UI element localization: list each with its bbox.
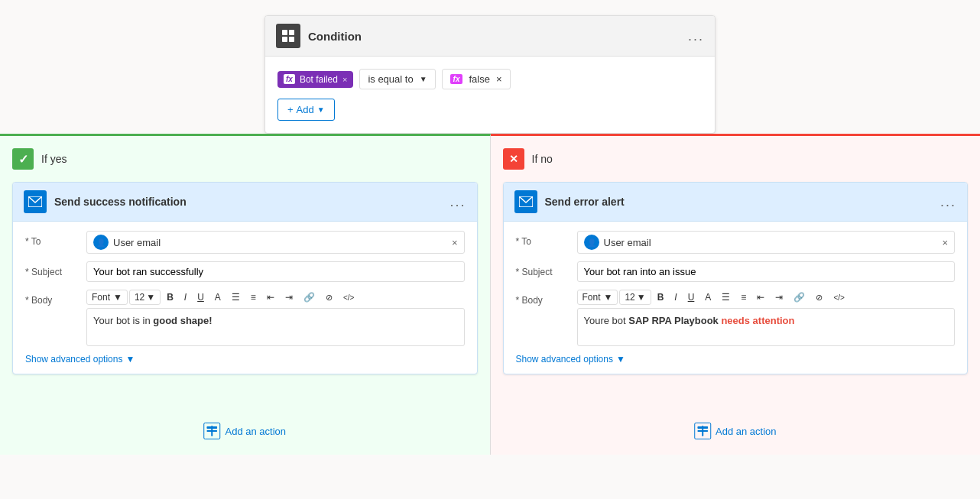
email-menu-no-button[interactable]: ... <box>940 194 956 210</box>
subject-label-no: * Subject <box>516 261 570 277</box>
condition-menu-button[interactable]: ... <box>688 28 704 44</box>
ul-button-no[interactable]: ☰ <box>717 290 735 305</box>
advanced-chevron-yes: ▼ <box>125 354 135 365</box>
subject-field-row-yes: * Subject <box>25 261 465 282</box>
font-select-no[interactable]: Font ▼ <box>577 290 618 305</box>
size-select-no[interactable]: 12 ▼ <box>619 290 651 305</box>
paint-button-yes[interactable]: A <box>210 290 226 305</box>
bold-button-yes[interactable]: B <box>162 290 178 305</box>
user-avatar-yes: 👤 <box>93 235 109 250</box>
email-card-yes-header: Send success notification ... <box>13 183 477 222</box>
italic-button-yes[interactable]: I <box>180 290 191 305</box>
email-body-yes: * To 👤 User email × * Subject <box>13 222 477 374</box>
email-icon-yes <box>24 190 47 213</box>
svg-rect-3 <box>289 37 294 42</box>
condition-body: fx Bot failed × is equal to ▼ fx false × <box>265 57 715 133</box>
condition-icon <box>276 24 300 48</box>
email-card-no-header: Send error alert ... <box>504 183 968 222</box>
user-name-yes: User email <box>113 237 161 248</box>
bold-button-no[interactable]: B <box>653 290 669 305</box>
underline-button-yes[interactable]: U <box>193 290 209 305</box>
false-fx-icon: fx <box>450 74 463 84</box>
body-field-row-yes: * Body Font ▼ 12 ▼ <box>25 290 465 346</box>
font-label-yes: Font <box>92 292 110 303</box>
operator-label: is equal to <box>368 73 413 85</box>
operator-select[interactable]: is equal to ▼ <box>359 69 435 89</box>
body-text-1-no: Youre bot <box>584 315 629 326</box>
paint-button-no[interactable]: A <box>700 290 716 305</box>
add-action-yes[interactable]: Add an action <box>203 423 286 439</box>
body-field-row-no: * Body Font ▼ 12 ▼ <box>516 290 956 346</box>
user-avatar-no: 👤 <box>584 235 599 250</box>
false-pill: fx false × <box>442 69 511 89</box>
ul-button-yes[interactable]: ☰ <box>227 290 245 305</box>
email-icon-no <box>514 190 537 213</box>
email-title-no: Send error alert <box>545 196 933 208</box>
to-label-no: * To <box>516 231 570 247</box>
link-button-yes[interactable]: 🔗 <box>299 290 320 305</box>
size-chevron-yes: ▼ <box>146 292 155 303</box>
add-label: Add <box>297 104 314 115</box>
ol-button-no[interactable]: ≡ <box>736 290 751 305</box>
branch-no: ✕ If no Send error alert ... <box>491 134 981 455</box>
body-colored-no: needs attention <box>719 315 795 326</box>
ol-button-yes[interactable]: ≡ <box>246 290 261 305</box>
size-chevron-no: ▼ <box>637 292 646 303</box>
condition-header: Condition ... <box>265 16 715 57</box>
branch-no-label: If no <box>532 153 553 165</box>
user-close-no[interactable]: × <box>942 237 948 248</box>
show-advanced-label-yes: Show advanced options <box>25 354 122 365</box>
add-action-icon-yes <box>203 423 220 439</box>
yes-check-icon: ✓ <box>12 148 34 170</box>
body-bold-no: SAP RPA Playbook <box>628 315 719 326</box>
email-title-yes: Send success notification <box>54 196 442 208</box>
user-close-yes[interactable]: × <box>452 237 458 248</box>
body-editor-yes: Font ▼ 12 ▼ B I U A <box>86 290 465 346</box>
body-label-no: * Body <box>516 290 570 306</box>
add-action-label-yes: Add an action <box>225 426 286 437</box>
code-button-yes[interactable]: </> <box>339 291 359 304</box>
body-area-no[interactable]: Youre bot SAP RPA Playbook needs attenti… <box>577 308 956 346</box>
indent-left-yes[interactable]: ⇤ <box>262 290 279 305</box>
condition-title: Condition <box>308 30 688 43</box>
condition-block: Condition ... fx Bot failed × is equal t… <box>264 15 716 134</box>
code-button-no[interactable]: </> <box>829 291 849 304</box>
font-chevron-yes: ▼ <box>113 292 122 303</box>
svg-rect-1 <box>289 30 294 35</box>
unlink-button-no[interactable]: ⊘ <box>811 290 827 305</box>
svg-rect-0 <box>282 30 287 35</box>
show-advanced-no[interactable]: Show advanced options ▼ <box>516 354 956 365</box>
tag-close-button[interactable]: × <box>342 75 347 84</box>
to-label-yes: * To <box>25 231 79 247</box>
add-action-no[interactable]: Add an action <box>694 423 777 439</box>
email-menu-yes-button[interactable]: ... <box>449 194 466 210</box>
add-chevron-icon: ▼ <box>317 105 325 114</box>
italic-button-no[interactable]: I <box>670 290 681 305</box>
font-select-yes[interactable]: Font ▼ <box>86 290 128 305</box>
branch-yes-header: ✓ If yes <box>12 148 478 170</box>
body-area-yes[interactable]: Your bot is in good shape! <box>86 308 465 346</box>
operator-chevron-icon: ▼ <box>420 75 427 83</box>
add-button[interactable]: + Add ▼ <box>277 99 335 121</box>
user-tag-yes: 👤 User email × <box>86 231 465 254</box>
false-close-button[interactable]: × <box>496 73 502 85</box>
size-select-yes[interactable]: 12 ▼ <box>129 290 161 305</box>
body-label-yes: * Body <box>25 290 79 306</box>
link-button-no[interactable]: 🔗 <box>789 290 810 305</box>
user-tag-no: 👤 User email × <box>577 231 956 254</box>
branch-yes: ✓ If yes Send success notification ... <box>0 134 491 455</box>
indent-left-no[interactable]: ⇤ <box>752 290 769 305</box>
bot-failed-tag: fx Bot failed × <box>277 71 353 88</box>
indent-right-yes[interactable]: ⇥ <box>281 290 297 305</box>
show-advanced-yes[interactable]: Show advanced options ▼ <box>25 354 465 365</box>
subject-input-yes[interactable] <box>86 261 465 282</box>
subject-input-no[interactable] <box>577 261 956 282</box>
size-label-no: 12 <box>625 292 634 303</box>
plus-icon: + <box>287 104 294 115</box>
unlink-button-yes[interactable]: ⊘ <box>321 290 337 305</box>
svg-rect-7 <box>211 426 213 436</box>
branch-yes-label: If yes <box>41 153 67 165</box>
underline-button-no[interactable]: U <box>683 290 699 305</box>
indent-right-no[interactable]: ⇥ <box>771 290 787 305</box>
font-label-no: Font <box>582 292 601 303</box>
